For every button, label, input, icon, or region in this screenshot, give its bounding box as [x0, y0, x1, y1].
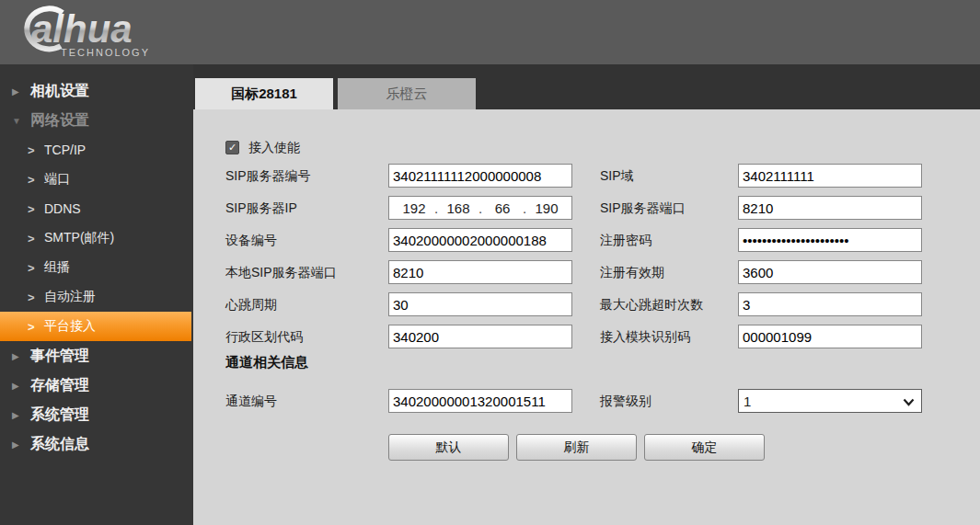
top-header: alhua TECHNOLOGY	[0, 0, 980, 64]
sidebar-item-ddns[interactable]: > DDNS	[0, 194, 193, 223]
label-access-module-id: 接入模块识别码	[600, 325, 690, 348]
dahua-logo: alhua TECHNOLOGY	[7, 4, 182, 64]
sidebar-item-port[interactable]: > 端口	[0, 165, 193, 194]
enable-access-row: ✓ 接入使能	[225, 140, 300, 155]
register-validity-input[interactable]	[738, 260, 922, 284]
ip-dot: .	[477, 200, 484, 216]
sidebar: ▶ 相机设置 ▼ 网络设置 > TCP/IP > 端口 > DDNS > SMT…	[0, 64, 193, 525]
tab-lechengyun[interactable]: 乐橙云	[338, 78, 476, 109]
alarm-level-select[interactable]: 1	[738, 389, 922, 413]
chevron-down-icon	[903, 394, 915, 409]
action-buttons: 默认 刷新 确定	[388, 434, 765, 461]
label-sip-server-ip: SIP服务器IP	[225, 196, 297, 220]
ip-octet-3[interactable]: 66	[484, 200, 521, 216]
ip-octet-4[interactable]: 190	[528, 200, 565, 216]
chevron-right-icon: >	[28, 202, 44, 216]
device-id-input[interactable]	[388, 228, 572, 252]
sip-server-id-input[interactable]	[388, 164, 572, 188]
label-admin-region-code: 行政区划代码	[225, 325, 303, 348]
alarm-level-value: 1	[744, 394, 751, 409]
logo-subtext: TECHNOLOGY	[61, 47, 150, 58]
refresh-button[interactable]: 刷新	[516, 434, 637, 461]
sip-server-port-input[interactable]	[738, 196, 922, 220]
label-max-heartbeat-timeout: 最大心跳超时次数	[600, 292, 703, 316]
sidebar-item-platform-access[interactable]: > 平台接入	[0, 312, 191, 341]
sidebar-item-tcpip[interactable]: > TCP/IP	[0, 135, 193, 165]
tab-bar: 国标28181 乐橙云	[193, 64, 980, 109]
label-heartbeat-period: 心跳周期	[225, 292, 277, 316]
access-module-id-input[interactable]	[738, 325, 922, 348]
label-register-validity: 注册有效期	[600, 260, 664, 284]
platform-access-panel: ✓ 接入使能 SIP服务器编号 SIP域 SIP服务器IP 192 . 168 …	[193, 109, 980, 525]
sidebar-item-auto-register[interactable]: > 自动注册	[0, 282, 193, 312]
sidebar-item-storage-management[interactable]: ▶ 存储管理	[0, 371, 193, 400]
chevron-right-icon: >	[28, 291, 44, 304]
enable-access-label: 接入使能	[248, 140, 300, 156]
admin-region-code-input[interactable]	[388, 325, 572, 348]
confirm-button[interactable]: 确定	[644, 434, 765, 461]
triangle-right-icon: ▶	[12, 381, 30, 391]
label-alarm-level: 报警级别	[600, 389, 651, 413]
sidebar-item-label: 网络设置	[30, 111, 89, 131]
label-register-password: 注册密码	[600, 228, 651, 252]
ip-dot: .	[432, 200, 440, 216]
enable-access-checkbox[interactable]: ✓	[225, 141, 239, 154]
sidebar-item-event-management[interactable]: ▶ 事件管理	[0, 341, 193, 371]
chevron-right-icon: >	[28, 261, 44, 275]
heartbeat-period-input[interactable]	[388, 292, 572, 316]
sidebar-item-label: 存储管理	[30, 376, 89, 395]
sidebar-item-label: 事件管理	[30, 347, 89, 366]
sidebar-item-smtp[interactable]: > SMTP(邮件)	[0, 223, 193, 253]
logo-text: alhua	[31, 7, 133, 51]
label-sip-server-port: SIP服务器端口	[600, 196, 686, 220]
label-sip-domain: SIP域	[600, 164, 634, 188]
chevron-right-icon: >	[28, 232, 44, 245]
triangle-right-icon: ▶	[12, 86, 30, 97]
chevron-right-icon: >	[28, 173, 44, 187]
sidebar-item-system-info[interactable]: ▶ 系统信息	[0, 429, 193, 459]
sidebar-item-system-management[interactable]: ▶ 系统管理	[0, 400, 193, 429]
tab-gb28181[interactable]: 国标28181	[195, 78, 333, 109]
label-sip-server-id: SIP服务器编号	[225, 164, 311, 188]
sidebar-item-label: DDNS	[44, 201, 81, 216]
local-sip-port-input[interactable]	[388, 260, 572, 284]
triangle-right-icon: ▶	[12, 351, 30, 361]
sidebar-item-multicast[interactable]: > 组播	[0, 253, 193, 282]
ip-octet-1[interactable]: 192	[396, 200, 432, 216]
label-channel-id: 通道编号	[225, 389, 277, 413]
sidebar-item-label: 系统信息	[30, 435, 89, 454]
label-local-sip-port: 本地SIP服务器端口	[225, 260, 337, 284]
default-button[interactable]: 默认	[388, 434, 509, 461]
channel-info-section-title: 通道相关信息	[225, 354, 308, 371]
sip-server-ip-input[interactable]: 192 . 168 . 66 . 190	[388, 196, 572, 220]
sidebar-item-camera-settings[interactable]: ▶ 相机设置	[0, 76, 193, 106]
triangle-right-icon: ▶	[12, 410, 30, 420]
sidebar-item-label: 自动注册	[44, 289, 96, 305]
max-heartbeat-timeout-input[interactable]	[738, 292, 922, 316]
sidebar-item-label: 系统管理	[30, 405, 89, 425]
sidebar-item-label: 平台接入	[44, 318, 96, 335]
sidebar-item-label: TCP/IP	[44, 143, 86, 157]
triangle-down-icon: ▼	[12, 116, 30, 126]
sidebar-item-label: 相机设置	[30, 82, 89, 101]
sip-domain-input[interactable]	[738, 164, 922, 188]
triangle-right-icon: ▶	[12, 439, 30, 450]
channel-id-input[interactable]	[388, 389, 572, 413]
chevron-right-icon: >	[28, 320, 44, 334]
sidebar-item-label: SMTP(邮件)	[44, 230, 114, 246]
ip-dot: .	[521, 200, 528, 216]
register-password-input[interactable]	[738, 228, 922, 252]
sidebar-item-label: 组播	[44, 259, 70, 276]
sidebar-item-label: 端口	[44, 171, 70, 188]
sidebar-item-network-settings[interactable]: ▼ 网络设置	[0, 106, 193, 135]
check-icon: ✓	[228, 142, 236, 153]
chevron-right-icon: >	[28, 143, 44, 157]
label-device-id: 设备编号	[225, 228, 277, 252]
ip-octet-2[interactable]: 168	[440, 200, 477, 216]
